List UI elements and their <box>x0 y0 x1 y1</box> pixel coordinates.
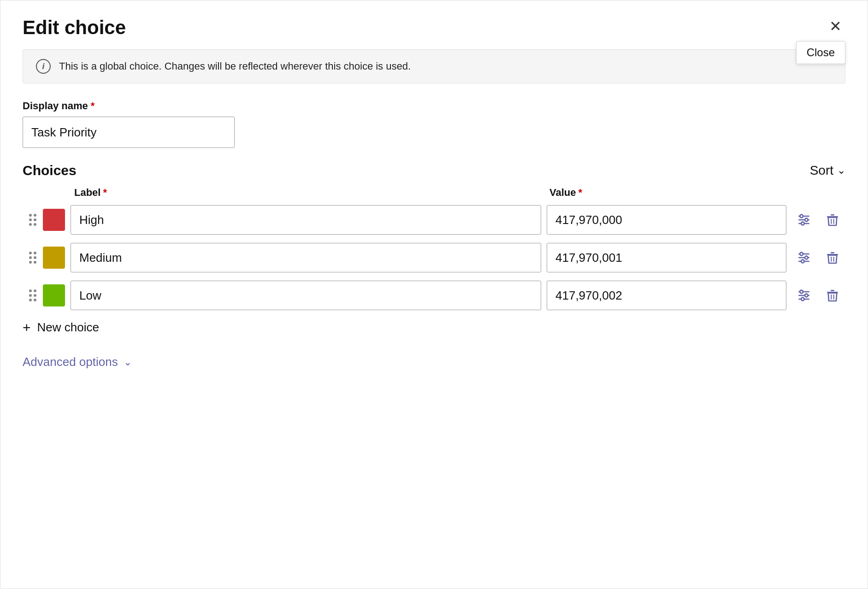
svg-point-21 <box>800 290 803 294</box>
choices-title: Choices <box>23 163 77 178</box>
svg-rect-27 <box>831 290 834 291</box>
svg-point-1 <box>800 215 803 218</box>
choice-label-input[interactable] <box>71 281 541 310</box>
display-name-section: Display name * <box>23 100 845 148</box>
edit-choice-dialog: Edit choice ✕ Close i This is a global c… <box>0 0 868 589</box>
close-x-button[interactable]: ✕ <box>826 17 845 35</box>
advanced-options-button[interactable]: Advanced options ⌄ <box>23 355 132 369</box>
svg-point-5 <box>801 222 804 225</box>
sort-chevron-icon: ⌄ <box>837 165 845 177</box>
sort-button[interactable]: Sort ⌄ <box>810 163 845 178</box>
svg-point-13 <box>805 256 808 259</box>
new-choice-button[interactable]: + New choice <box>23 318 99 336</box>
svg-point-11 <box>800 253 803 256</box>
choices-header: Choices Sort ⌄ <box>23 163 845 178</box>
svg-point-3 <box>805 218 808 222</box>
info-message: This is a global choice. Changes will be… <box>59 60 411 72</box>
row-settings-button[interactable] <box>795 286 813 305</box>
info-banner: i This is a global choice. Changes will … <box>23 49 845 83</box>
row-delete-button[interactable] <box>823 248 842 267</box>
choice-label-input[interactable] <box>71 205 541 235</box>
col-value-header: Value * <box>546 187 785 199</box>
svg-point-23 <box>805 294 808 297</box>
row-settings-button[interactable] <box>795 211 813 229</box>
dialog-header: Edit choice ✕ Close <box>23 17 845 38</box>
advanced-options-chevron-icon: ⌄ <box>124 356 132 368</box>
drag-handle[interactable] <box>23 252 43 264</box>
color-swatch[interactable] <box>43 209 65 231</box>
svg-rect-17 <box>831 252 834 253</box>
table-row <box>23 243 845 272</box>
choices-section: Choices Sort ⌄ Label * Value * <box>23 163 845 336</box>
svg-rect-7 <box>831 214 834 216</box>
choice-value-input[interactable] <box>547 243 786 272</box>
choice-rows-container <box>23 205 845 310</box>
drag-handle[interactable] <box>23 214 43 226</box>
plus-icon: + <box>23 321 31 335</box>
choice-label-input[interactable] <box>71 243 541 272</box>
color-swatch[interactable] <box>43 247 65 269</box>
row-actions <box>795 211 845 229</box>
close-tooltip: Close <box>796 41 845 64</box>
choice-value-input[interactable] <box>547 281 786 310</box>
drag-handle[interactable] <box>23 289 43 301</box>
color-swatch[interactable] <box>43 284 65 306</box>
choice-value-input[interactable] <box>547 205 786 235</box>
svg-point-25 <box>801 298 804 301</box>
display-name-label: Display name * <box>23 100 845 112</box>
row-delete-button[interactable] <box>823 211 842 229</box>
row-actions <box>795 248 845 267</box>
value-col-required: * <box>578 187 582 199</box>
label-col-required: * <box>103 187 107 199</box>
col-label-header: Label * <box>71 187 546 199</box>
row-actions <box>795 286 845 305</box>
choices-table-header: Label * Value * <box>23 187 845 203</box>
table-row <box>23 281 845 310</box>
row-settings-button[interactable] <box>795 248 813 267</box>
dialog-title: Edit choice <box>23 17 126 38</box>
display-name-required: * <box>91 100 95 112</box>
info-icon: i <box>36 59 51 74</box>
display-name-input[interactable] <box>23 117 235 148</box>
close-button-area: ✕ Close <box>826 17 845 35</box>
svg-point-15 <box>801 260 804 263</box>
row-delete-button[interactable] <box>823 286 842 305</box>
table-row <box>23 205 845 235</box>
